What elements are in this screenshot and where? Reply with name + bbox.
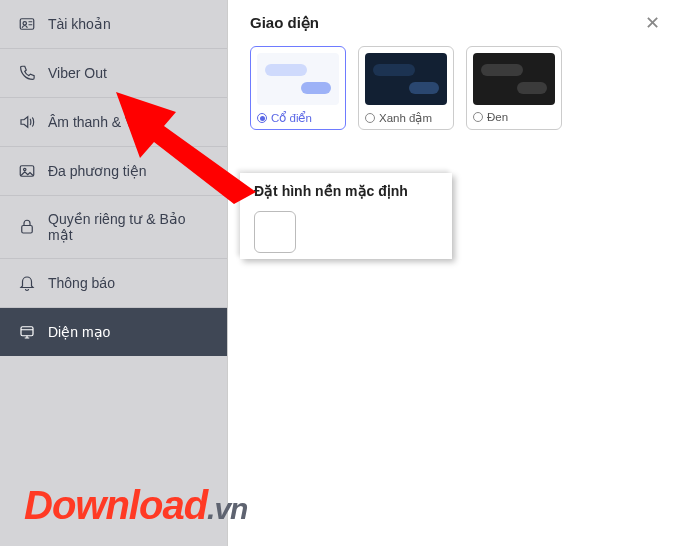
appearance-icon xyxy=(18,323,36,341)
default-background-thumb[interactable] xyxy=(254,211,296,253)
watermark-main: Download xyxy=(24,483,207,527)
theme-preview-classic xyxy=(257,53,339,105)
sidebar-item-viber-out[interactable]: Viber Out xyxy=(0,49,227,98)
radio-unselected-icon xyxy=(473,112,483,122)
sidebar-item-label: Thông báo xyxy=(48,275,115,291)
image-icon xyxy=(18,162,36,180)
radio-unselected-icon xyxy=(365,113,375,123)
sidebar-item-label: Đa phương tiện xyxy=(48,163,147,179)
theme-classic[interactable]: Cổ điển xyxy=(250,46,346,130)
settings-sidebar: Tài khoản Viber Out Âm thanh & Video Đa … xyxy=(0,0,228,546)
lock-icon xyxy=(18,218,36,236)
default-background-callout: Đặt hình nền mặc định xyxy=(240,173,452,259)
background-section-label: Đặt hình nền mặc định xyxy=(254,183,438,199)
account-icon xyxy=(18,15,36,33)
sidebar-item-multimedia[interactable]: Đa phương tiện xyxy=(0,147,227,196)
main-panel: ✕ Giao diện Cổ điển Xanh đậm xyxy=(228,0,679,546)
theme-dark-blue[interactable]: Xanh đậm xyxy=(358,46,454,130)
section-title-theme: Giao diện xyxy=(250,14,657,32)
sidebar-item-label: Tài khoản xyxy=(48,16,111,32)
sidebar-item-label: Âm thanh & Video xyxy=(48,114,161,130)
svg-rect-5 xyxy=(21,327,33,336)
speaker-icon xyxy=(18,113,36,131)
sidebar-item-label: Quyền riêng tư & Bảo mật xyxy=(48,211,209,243)
theme-label: Xanh đậm xyxy=(379,111,432,125)
sidebar-item-privacy[interactable]: Quyền riêng tư & Bảo mật xyxy=(0,196,227,259)
theme-preview-darkblue xyxy=(365,53,447,105)
theme-black[interactable]: Đen xyxy=(466,46,562,130)
sidebar-item-label: Viber Out xyxy=(48,65,107,81)
close-icon: ✕ xyxy=(645,13,660,33)
theme-label: Cổ điển xyxy=(271,111,312,125)
theme-preview-black xyxy=(473,53,555,105)
theme-label: Đen xyxy=(487,111,508,123)
watermark: Download.vn xyxy=(24,483,247,528)
bell-icon xyxy=(18,274,36,292)
sidebar-item-label: Diện mạo xyxy=(48,324,110,340)
radio-selected-icon xyxy=(257,113,267,123)
close-button[interactable]: ✕ xyxy=(643,14,661,32)
phone-icon xyxy=(18,64,36,82)
svg-point-3 xyxy=(24,168,26,170)
watermark-tld: .vn xyxy=(207,492,247,525)
sidebar-item-audio-video[interactable]: Âm thanh & Video xyxy=(0,98,227,147)
sidebar-item-account[interactable]: Tài khoản xyxy=(0,0,227,49)
svg-rect-4 xyxy=(22,226,33,234)
sidebar-item-appearance[interactable]: Diện mạo xyxy=(0,308,227,356)
sidebar-item-notifications[interactable]: Thông báo xyxy=(0,259,227,308)
theme-options-row: Cổ điển Xanh đậm Đen xyxy=(250,46,657,130)
svg-point-1 xyxy=(23,22,26,25)
